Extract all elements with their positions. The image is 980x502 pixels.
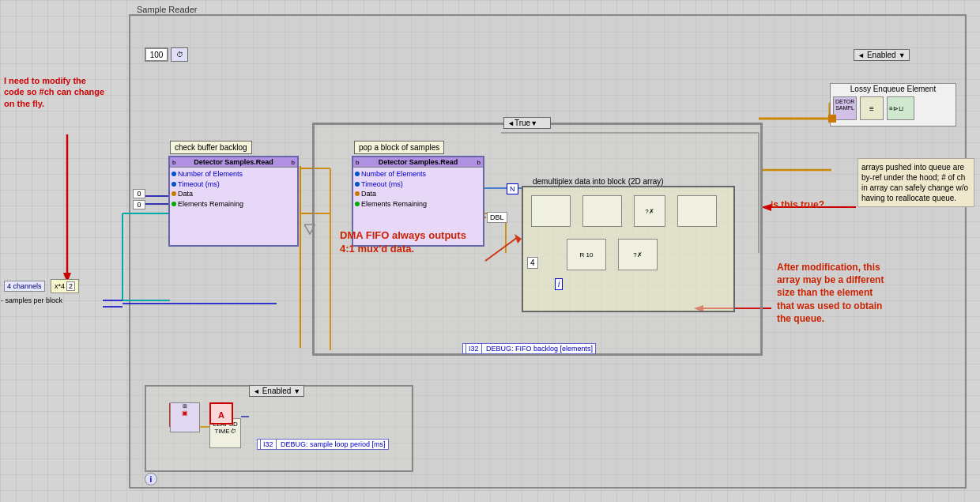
port-row-timeout: Timeout (ms) [172,179,296,190]
four-indicator: 4 [527,257,538,269]
demux-inner-r-block: R 10 [567,239,606,270]
port-right-timeout: Timeout (ms) [355,179,481,190]
sample-reader-title: Sample Reader [134,5,199,14]
orange-node [828,115,836,123]
four-channels-label: 4 channels [4,281,45,292]
port-row-elements: Number of Elements [172,169,296,179]
demux-inner-block3: ?✗ [634,195,665,227]
demux-label: demultiplex data into block (2D array) [533,177,664,186]
samples-per-block-label: - samples per block [1,296,62,304]
mult-block: x*4 2 [51,279,79,293]
timing-icon: ⏱ [171,47,188,62]
lossy-box: Lossy Enqueue Element DETORSAMPL ≡ ≡⊳⊔ [830,83,956,126]
arrays-note-box: arrays pushed into queue are by-ref unde… [858,158,974,207]
port-right-remaining: Elements Remaining [355,199,481,209]
dbl-indicator: DBL [487,212,507,223]
after-mod-annotation: After modification, this array may be a … [777,261,891,325]
num-0-top[interactable]: 0 [133,189,145,198]
enabled-dropdown-top[interactable]: ◄ Enabled ▼ [854,49,910,61]
debug-loop-label: I32 DEBUG: sample loop period [ms] [257,439,389,450]
demux-block: ?✗ R 10 ?✗ 4 i [522,186,735,312]
num-0-bot[interactable]: 0 [133,200,145,209]
lossy-array-icon: ≡ [860,96,884,120]
is-this-true-annotation: is this true? [771,199,824,210]
lossy-title: Lossy Enqueue Element [831,84,956,94]
lossy-inner: DETORSAMPL ≡ ≡⊳⊔ [831,94,956,123]
red-a-block: A [209,402,233,425]
pop-block-label: pop a block of samples [354,141,444,154]
i-indicator: i [555,278,563,290]
detector-vi-right-ports: Number of Elements Timeout (ms) Data Ele… [353,168,483,210]
demux-inner-block2 [582,195,622,227]
demux-inner-s-block: ?✗ [618,239,658,270]
demux-inner-block4 [677,195,717,227]
port-right-data: Data [355,189,481,199]
dma-annotation: DMA FIFO always outputs 4:1 mux'd data. [340,229,482,256]
main-canvas: Sample Reader I need to modify the code … [0,0,980,502]
port-right-elements: Number of Elements [355,169,481,179]
lossy-output-icon: ≡⊳⊔ [887,96,914,120]
lossy-detector-icon: DETORSAMPL [833,96,857,120]
bottom-icon1: ⊞ ▣ [170,402,200,432]
detector-vi-left-header: b Detector Samples.Read b [170,157,297,168]
check-buffer-label: check buffer backlog [170,141,252,154]
port-row-data: Data [172,189,296,199]
detector-vi-right-header: b Detector Samples.Read b [353,157,483,168]
true-dropdown[interactable]: ◄ True ▼ [503,117,551,129]
num-100-ctrl[interactable]: 100 [145,47,168,62]
bottom-loop-box: ⊞ ▣ ELAPSDTIME⏱ A [145,385,413,472]
enabled-dropdown-bottom[interactable]: ◄ Enabled ▼ [249,385,304,397]
annotation-modify: I need to modify the code so #ch can cha… [4,75,107,109]
info-icon-bottom: i [145,473,157,485]
n-indicator: N [507,183,518,194]
debug-fifo-label: I32 DEBUG: FIFO backlog [elements] [462,343,596,354]
detector-vi-left: b Detector Samples.Read b Number of Elem… [168,156,299,247]
demux-inner-block1 [531,195,571,227]
port-row-remaining: Elements Remaining [172,199,296,209]
detector-vi-left-ports: Number of Elements Timeout (ms) Data Ele… [170,168,297,210]
mult-input: 2 [66,281,75,291]
